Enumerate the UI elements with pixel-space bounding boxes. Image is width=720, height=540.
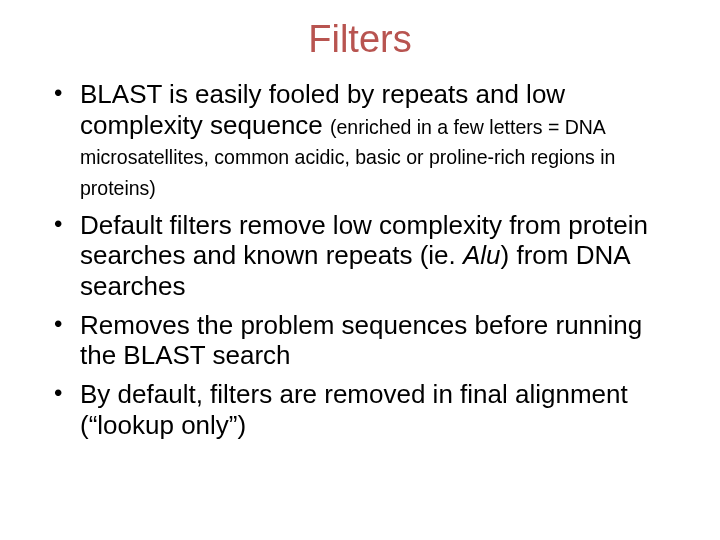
bullet-item: By default, filters are removed in final… [52,379,680,440]
slide-title: Filters [40,18,680,61]
bullet-text: By default, filters are removed in final… [80,379,628,440]
bullet-text: Removes the problem sequences before run… [80,310,642,371]
bullet-item: Default filters remove low complexity fr… [52,210,680,302]
bullet-item: Removes the problem sequences before run… [52,310,680,371]
italic-term: Alu [463,240,501,270]
bullet-item: BLAST is easily fooled by repeats and lo… [52,79,680,202]
bullet-list: BLAST is easily fooled by repeats and lo… [52,79,680,440]
